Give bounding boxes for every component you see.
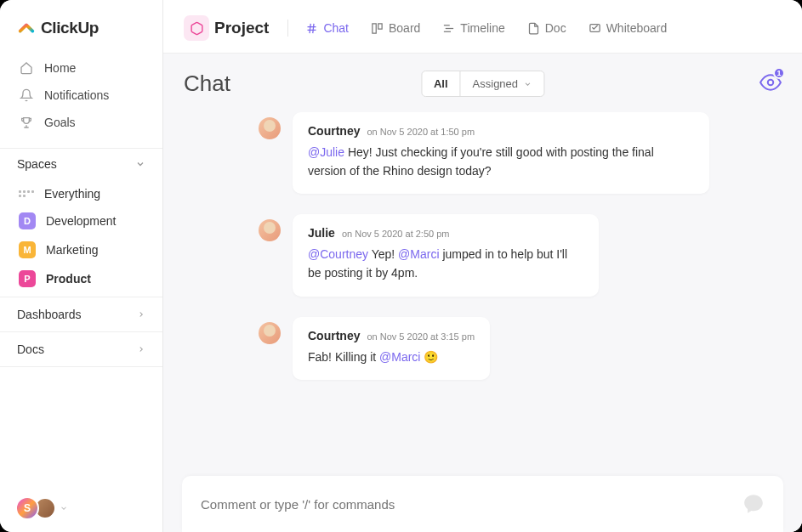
svg-rect-5	[378, 23, 382, 28]
svg-line-3	[313, 23, 314, 32]
message-author: Courtney	[308, 124, 360, 138]
bell-icon	[19, 88, 34, 103]
message-body: @Courtney Yep! @Marci jumped in to help …	[308, 246, 583, 282]
messages: Courtney on Nov 5 2020 at 1:50 pm @Julie…	[184, 112, 782, 476]
space-development[interactable]: D Development	[0, 207, 162, 235]
project-icon	[184, 15, 209, 41]
chevron-right-icon	[137, 310, 145, 319]
user-avatars[interactable]: S	[15, 496, 56, 520]
message: Courtney on Nov 5 2020 at 3:15 pm Fab! K…	[184, 317, 782, 381]
nav-label: Notifications	[44, 88, 109, 102]
nav-label: Home	[44, 61, 76, 75]
tab-timeline[interactable]: Timeline	[434, 18, 513, 38]
logo[interactable]: ClickUp	[0, 0, 162, 53]
nav-home[interactable]: Home	[0, 54, 162, 82]
topbar: Project Chat Board Timeline Doc Whiteboa…	[163, 0, 802, 54]
filter-all[interactable]: All	[422, 71, 460, 96]
docs-section[interactable]: Docs	[0, 331, 162, 367]
doc-icon	[527, 22, 540, 35]
space-label: Everything	[44, 187, 100, 201]
tab-label: Timeline	[460, 21, 504, 35]
main: Project Chat Board Timeline Doc Whiteboa…	[163, 0, 802, 532]
message-bubble[interactable]: Courtney on Nov 5 2020 at 3:15 pm Fab! K…	[293, 317, 490, 381]
space-badge: D	[19, 212, 36, 229]
composer[interactable]	[182, 476, 783, 532]
docs-label: Docs	[17, 342, 44, 356]
tab-board[interactable]: Board	[362, 18, 429, 38]
space-label: Marketing	[46, 243, 98, 257]
message-body: Fab! Killing it @Marci 🙂	[308, 348, 475, 367]
page-title: Chat	[184, 71, 230, 97]
space-label: Development	[46, 214, 117, 228]
tab-label: Whiteboard	[606, 21, 668, 35]
chevron-right-icon	[137, 345, 145, 354]
svg-line-2	[310, 23, 310, 32]
nav-goals[interactable]: Goals	[0, 109, 162, 136]
filter-label: Assigned	[473, 77, 518, 90]
tab-chat[interactable]: Chat	[297, 18, 357, 38]
space-marketing[interactable]: M Marketing	[0, 235, 162, 264]
nav-notifications[interactable]: Notifications	[0, 82, 162, 109]
tab-label: Doc	[545, 21, 566, 35]
trophy-icon	[19, 115, 34, 130]
message-body: @Julie Hey! Just checking if you're stil…	[308, 144, 694, 180]
avatar	[259, 117, 281, 139]
space-everything[interactable]: Everything	[0, 181, 162, 207]
chevron-down-icon	[523, 80, 532, 88]
nav-label: Goals	[44, 116, 76, 129]
svg-point-10	[768, 79, 774, 85]
hash-icon	[305, 22, 318, 35]
composer-input[interactable]	[201, 497, 742, 512]
tab-whiteboard[interactable]: Whiteboard	[580, 18, 676, 38]
message-bubble[interactable]: Courtney on Nov 5 2020 at 1:50 pm @Julie…	[293, 112, 709, 194]
whiteboard-icon	[589, 22, 601, 35]
svg-rect-4	[373, 23, 376, 32]
timeline-icon	[442, 22, 455, 35]
sidebar-footer: S	[0, 484, 162, 532]
nav-primary: Home Notifications Goals	[0, 53, 162, 138]
comment-icon[interactable]	[742, 493, 765, 515]
logo-text: ClickUp	[41, 19, 99, 37]
home-icon	[19, 60, 34, 76]
tab-doc[interactable]: Doc	[519, 18, 575, 38]
watcher-count: 1	[773, 67, 785, 79]
dashboards-label: Dashboards	[17, 308, 82, 321]
content: Chat All Assigned 1	[163, 54, 802, 532]
space-label: Product	[46, 272, 91, 286]
tab-label: Board	[389, 21, 420, 35]
dashboards-section[interactable]: Dashboards	[0, 297, 162, 331]
everything-icon	[19, 190, 34, 197]
message: Julie on Nov 5 2020 at 2:50 pm @Courtney…	[184, 214, 782, 296]
project-name: Project	[214, 19, 269, 37]
board-icon	[371, 22, 384, 35]
spaces-header-label: Spaces	[17, 157, 57, 171]
avatar: S	[15, 496, 39, 520]
message: Courtney on Nov 5 2020 at 1:50 pm @Julie…	[184, 112, 782, 194]
message-time: on Nov 5 2020 at 2:50 pm	[342, 229, 450, 239]
message-author: Julie	[308, 226, 335, 240]
message-bubble[interactable]: Julie on Nov 5 2020 at 2:50 pm @Courtney…	[293, 214, 599, 296]
avatar	[259, 322, 281, 344]
avatar	[259, 219, 281, 241]
spaces-header[interactable]: Spaces	[0, 148, 162, 178]
divider	[287, 20, 288, 37]
sidebar: ClickUp Home Notifications Goals Spaces	[0, 0, 163, 532]
space-badge: M	[19, 241, 36, 258]
filter-segment: All Assigned	[421, 71, 544, 97]
filter-assigned[interactable]: Assigned	[461, 71, 543, 96]
logo-icon	[17, 19, 36, 37]
chevron-down-icon[interactable]	[60, 504, 68, 512]
space-product[interactable]: P Product	[0, 264, 162, 293]
message-time: on Nov 5 2020 at 1:50 pm	[367, 127, 475, 137]
chevron-down-icon	[135, 159, 145, 169]
space-badge: P	[19, 270, 36, 287]
message-time: on Nov 5 2020 at 3:15 pm	[367, 331, 475, 342]
content-header: Chat All Assigned 1	[184, 71, 782, 97]
message-author: Courtney	[308, 329, 360, 342]
app-window: ClickUp Home Notifications Goals Spaces	[0, 0, 802, 532]
tab-label: Chat	[323, 21, 349, 35]
header-controls: All Assigned	[421, 71, 544, 97]
spaces-list: Everything D Development M Marketing P P…	[0, 178, 162, 297]
watchers-button[interactable]: 1	[759, 71, 782, 97]
